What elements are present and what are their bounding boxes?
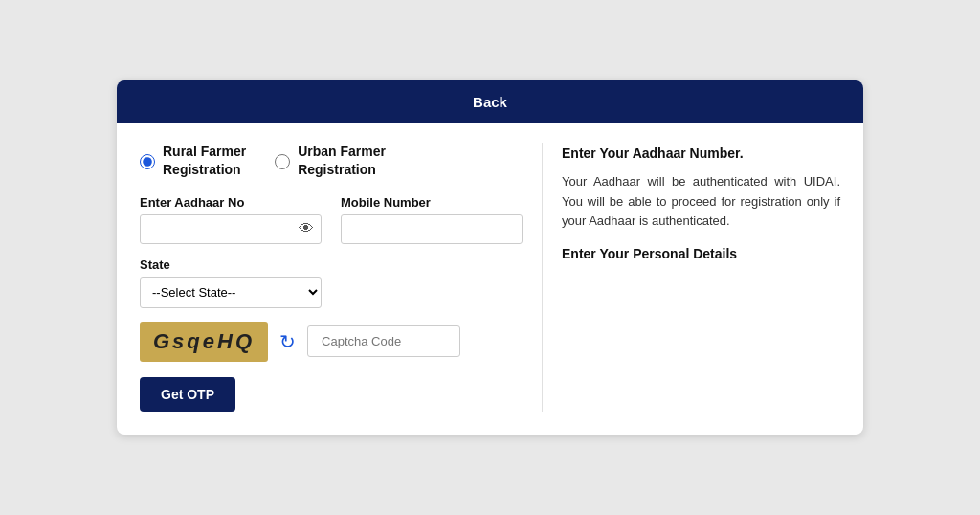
registration-options: Rural FarmerRegistration Urban FarmerReg… <box>140 143 523 177</box>
aadhaar-label: Enter Aadhaar No <box>140 195 322 210</box>
urban-radio[interactable] <box>275 154 290 169</box>
state-select[interactable]: --Select State-- <box>140 277 322 308</box>
refresh-icon[interactable]: ↻ <box>279 330 296 353</box>
back-button[interactable]: Back <box>117 80 863 123</box>
urban-farmer-label: Urban FarmerRegistration <box>298 143 386 177</box>
aadhaar-field-group: Enter Aadhaar No 👁 <box>140 195 322 244</box>
info-title: Enter Your Aadhaar Number. <box>562 143 840 164</box>
info-description: Your Aadhaar will be authenticated with … <box>562 172 840 232</box>
captcha-image: GsqeHQ <box>140 322 268 362</box>
step-label: Enter Your Personal Details <box>562 243 840 264</box>
rural-radio[interactable] <box>140 154 155 169</box>
aadhaar-mobile-row: Enter Aadhaar No 👁 Mobile Number <box>140 195 523 244</box>
right-panel: Enter Your Aadhaar Number. Your Aadhaar … <box>542 143 840 411</box>
mobile-label: Mobile Number <box>341 195 523 210</box>
mobile-field-group: Mobile Number <box>341 195 523 244</box>
captcha-row: GsqeHQ ↻ <box>140 322 523 362</box>
aadhaar-input[interactable] <box>140 214 322 244</box>
eye-icon[interactable]: 👁 <box>299 220 314 237</box>
urban-farmer-option: Urban FarmerRegistration <box>275 143 386 177</box>
aadhaar-input-wrapper: 👁 <box>140 214 322 244</box>
state-label: State <box>140 258 523 272</box>
state-section: State --Select State-- <box>140 258 523 308</box>
main-card: Back Rural FarmerRegistration Urban Farm… <box>117 80 863 434</box>
rural-farmer-option: Rural FarmerRegistration <box>140 143 246 177</box>
left-panel: Rural FarmerRegistration Urban FarmerReg… <box>140 143 523 411</box>
mobile-input[interactable] <box>341 214 523 244</box>
get-otp-button[interactable]: Get OTP <box>140 377 235 412</box>
rural-farmer-label: Rural FarmerRegistration <box>163 143 246 177</box>
content-area: Rural FarmerRegistration Urban FarmerReg… <box>117 123 863 434</box>
captcha-input[interactable] <box>307 325 460 357</box>
